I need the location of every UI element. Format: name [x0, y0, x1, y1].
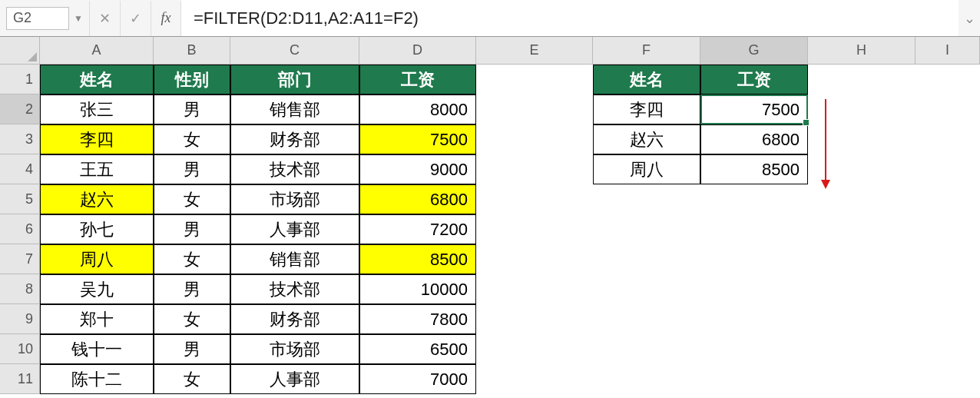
cell-D6[interactable]: 7200: [359, 214, 476, 244]
cell-A5[interactable]: 赵六: [40, 184, 154, 214]
cell-F2[interactable]: 李四: [593, 95, 700, 124]
cell-C4[interactable]: 技术部: [230, 154, 359, 184]
row-header-1[interactable]: 1: [0, 65, 40, 95]
row-header-6[interactable]: 6: [0, 214, 40, 244]
cell-A10[interactable]: 钱十一: [40, 334, 154, 364]
row-header-5[interactable]: 5: [0, 184, 40, 214]
column-header-G[interactable]: G: [700, 37, 808, 65]
cell-B11[interactable]: 女: [154, 364, 230, 394]
row-header-8[interactable]: 8: [0, 274, 40, 304]
cell-C8[interactable]: 技术部: [230, 274, 359, 304]
cell-D10[interactable]: 6500: [359, 334, 476, 364]
formula-bar: G2 ▼ ✕ ✓ fx =FILTER(D2:D11,A2:A11=F2) ⌄: [0, 0, 980, 37]
column-headers: ABCDEFGHI: [40, 37, 980, 65]
cell-C1[interactable]: 部门: [230, 65, 359, 95]
arrow-icon: [825, 99, 826, 187]
column-header-H[interactable]: H: [808, 37, 915, 65]
formula-input[interactable]: =FILTER(D2:D11,A2:A11=F2): [181, 0, 958, 36]
cell-D1[interactable]: 工资: [359, 65, 476, 95]
formula-expand-icon[interactable]: ⌄: [958, 10, 980, 27]
cell-B4[interactable]: 男: [154, 154, 230, 184]
cell-B3[interactable]: 女: [154, 124, 230, 154]
cell-B10[interactable]: 男: [154, 334, 230, 364]
cell-C5[interactable]: 市场部: [230, 184, 359, 214]
column-header-I[interactable]: I: [915, 37, 980, 65]
column-header-E[interactable]: E: [476, 37, 593, 65]
cell-B8[interactable]: 男: [154, 274, 230, 304]
cell-A7[interactable]: 周八: [40, 244, 154, 274]
enter-button[interactable]: ✓: [120, 1, 151, 36]
cell-B6[interactable]: 男: [154, 214, 230, 244]
cell-F1[interactable]: 姓名: [593, 65, 700, 95]
column-header-C[interactable]: C: [230, 37, 359, 65]
cell-B5[interactable]: 女: [154, 184, 230, 214]
cell-G4[interactable]: 8500: [700, 154, 808, 184]
cell-A4[interactable]: 王五: [40, 154, 154, 184]
name-box[interactable]: G2: [6, 7, 69, 30]
select-all-corner[interactable]: [0, 37, 40, 65]
row-header-10[interactable]: 10: [0, 334, 40, 364]
row-header-3[interactable]: 3: [0, 124, 40, 154]
cell-D3[interactable]: 7500: [359, 124, 476, 154]
cell-G2[interactable]: 7500: [700, 95, 808, 124]
cell-C11[interactable]: 人事部: [230, 364, 359, 394]
cell-B1[interactable]: 性别: [154, 65, 230, 95]
name-box-value: G2: [13, 10, 31, 26]
cell-D5[interactable]: 6800: [359, 184, 476, 214]
column-header-F[interactable]: F: [593, 37, 700, 65]
spreadsheet-grid[interactable]: ABCDEFGHI 1234567891011 姓名性别部门工资张三男销售部80…: [0, 37, 980, 398]
column-header-B[interactable]: B: [154, 37, 230, 65]
cell-A2[interactable]: 张三: [40, 95, 154, 124]
cell-B2[interactable]: 男: [154, 95, 230, 124]
cell-C9[interactable]: 财务部: [230, 304, 359, 334]
cell-A3[interactable]: 李四: [40, 124, 154, 154]
row-header-2[interactable]: 2: [0, 95, 40, 124]
fx-button[interactable]: fx: [151, 1, 181, 36]
cell-C2[interactable]: 销售部: [230, 95, 359, 124]
cell-G1[interactable]: 工资: [700, 65, 808, 95]
cell-D9[interactable]: 7800: [359, 304, 476, 334]
column-header-D[interactable]: D: [359, 37, 476, 65]
cell-A9[interactable]: 郑十: [40, 304, 154, 334]
cell-F3[interactable]: 赵六: [593, 124, 700, 154]
row-header-9[interactable]: 9: [0, 304, 40, 334]
cell-D2[interactable]: 8000: [359, 95, 476, 124]
cell-A6[interactable]: 孙七: [40, 214, 154, 244]
cell-C3[interactable]: 财务部: [230, 124, 359, 154]
cancel-button[interactable]: ✕: [89, 1, 120, 36]
cell-F4[interactable]: 周八: [593, 154, 700, 184]
cell-D7[interactable]: 8500: [359, 244, 476, 274]
row-header-4[interactable]: 4: [0, 154, 40, 184]
cell-D11[interactable]: 7000: [359, 364, 476, 394]
cell-A8[interactable]: 吴九: [40, 274, 154, 304]
row-headers: 1234567891011: [0, 65, 40, 394]
cell-G3[interactable]: 6800: [700, 124, 808, 154]
cell-A11[interactable]: 陈十二: [40, 364, 154, 394]
cell-C7[interactable]: 销售部: [230, 244, 359, 274]
cell-B9[interactable]: 女: [154, 304, 230, 334]
name-box-dropdown-icon[interactable]: ▼: [74, 13, 83, 24]
cell-A1[interactable]: 姓名: [40, 65, 154, 95]
cell-C10[interactable]: 市场部: [230, 334, 359, 364]
formula-text: =FILTER(D2:D11,A2:A11=F2): [194, 8, 419, 28]
cell-D8[interactable]: 10000: [359, 274, 476, 304]
cell-B7[interactable]: 女: [154, 244, 230, 274]
column-header-A[interactable]: A: [40, 37, 154, 65]
row-header-7[interactable]: 7: [0, 244, 40, 274]
cell-D4[interactable]: 9000: [359, 154, 476, 184]
row-header-11[interactable]: 11: [0, 364, 40, 394]
cell-C6[interactable]: 人事部: [230, 214, 359, 244]
